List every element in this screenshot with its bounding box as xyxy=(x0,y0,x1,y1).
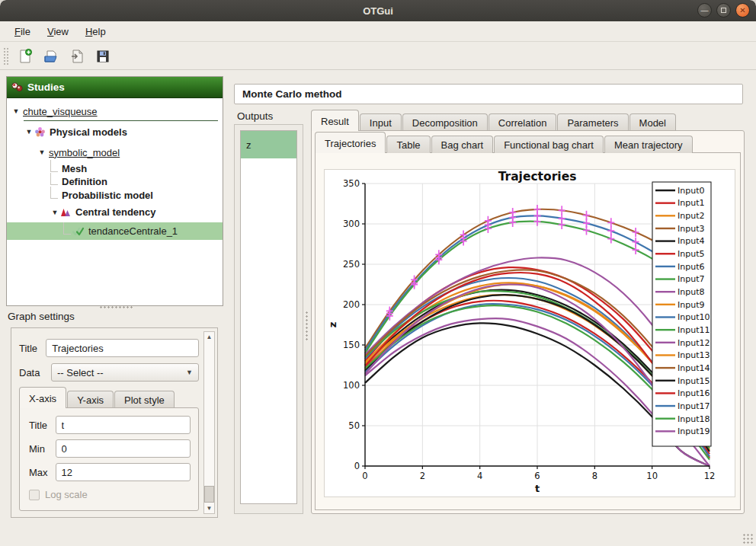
svg-text:0: 0 xyxy=(354,461,360,471)
expander-icon[interactable]: ▼ xyxy=(11,107,21,115)
outputs-panel: z xyxy=(234,124,303,514)
scroll-down-icon[interactable]: ▼ xyxy=(204,503,214,513)
subtab-bag-chart[interactable]: Bag chart xyxy=(431,136,494,153)
svg-text:0: 0 xyxy=(362,471,367,481)
tab-y-axis[interactable]: Y-axis xyxy=(67,391,114,408)
physical-models-icon xyxy=(34,126,46,137)
save-icon xyxy=(95,49,111,64)
x-axis-tab-pane: Title Min Max Log scale xyxy=(19,407,199,511)
horizontal-splitter-handle[interactable] xyxy=(99,305,133,310)
svg-text:Input5: Input5 xyxy=(678,249,704,259)
tree-item-symbolic-model[interactable]: ▼symbolic_model xyxy=(7,142,223,162)
tab-plot-style[interactable]: Plot style xyxy=(114,391,175,408)
x-axis-min-input[interactable] xyxy=(56,439,191,458)
menu-item-file[interactable]: File xyxy=(8,24,37,40)
svg-text:Input1: Input1 xyxy=(678,198,704,208)
close-button[interactable]: ✕ xyxy=(735,3,750,18)
tree-item-tendancecentrale-1[interactable]: tendanceCentrale_1 xyxy=(7,222,223,240)
svg-text:Input10: Input10 xyxy=(678,312,710,322)
expander-icon[interactable]: ▼ xyxy=(37,148,46,156)
svg-text:350: 350 xyxy=(343,178,360,189)
tree-item-label: Central tendency xyxy=(73,206,158,218)
svg-text:100: 100 xyxy=(343,380,360,391)
outputs-list: z xyxy=(240,130,297,504)
tree-item-definition[interactable]: Definition xyxy=(7,175,223,188)
graph-settings-scrollbar[interactable]: ▲ ▼ xyxy=(203,331,215,514)
x-axis-min-label: Min xyxy=(29,443,56,455)
graph-title-input[interactable] xyxy=(46,339,199,357)
vertical-splitter-handle[interactable] xyxy=(305,311,309,341)
svg-text:250: 250 xyxy=(343,259,360,270)
log-scale-label: Log scale xyxy=(45,489,88,500)
tree-item-label: Mesh xyxy=(59,163,89,174)
menu-item-view[interactable]: View xyxy=(40,24,75,40)
maximize-button[interactable] xyxy=(716,3,731,18)
output-item-z[interactable]: z xyxy=(241,131,296,158)
svg-text:4: 4 xyxy=(477,471,482,481)
tree-item-chute-visqueuse[interactable]: ▼chute_visqueuse xyxy=(7,101,223,121)
svg-text:Trajectories: Trajectories xyxy=(498,170,577,184)
tree-item-label: tendanceCentrale_1 xyxy=(86,225,180,237)
close-icon: ✕ xyxy=(739,7,745,14)
svg-text:Input0: Input0 xyxy=(678,186,704,196)
import-script-button[interactable] xyxy=(66,46,88,67)
svg-text:Input13: Input13 xyxy=(678,350,710,360)
svg-text:200: 200 xyxy=(343,299,360,310)
toolbar-drag-handle[interactable] xyxy=(3,47,9,65)
log-scale-checkbox[interactable] xyxy=(29,490,40,500)
tab-model[interactable]: Model xyxy=(629,113,676,131)
tab-x-axis[interactable]: X-axis xyxy=(19,387,66,408)
trajectories-chart[interactable]: 024681012050100150200250300350tzTrajecto… xyxy=(324,169,735,497)
graph-title-label: Title xyxy=(19,343,46,354)
svg-text:2: 2 xyxy=(420,471,425,481)
tree-item-probabilistic-model[interactable]: Probabilistic model xyxy=(7,188,223,202)
save-button[interactable] xyxy=(91,46,114,67)
chevron-down-icon: ▼ xyxy=(186,369,193,376)
tab-result[interactable]: Result xyxy=(311,110,359,131)
x-axis-title-input[interactable] xyxy=(56,416,191,434)
svg-text:Input18: Input18 xyxy=(678,414,710,424)
graph-data-select[interactable]: -- Select -- ▼ xyxy=(51,363,199,382)
svg-text:8: 8 xyxy=(592,471,597,481)
subtab-functional-bag-chart[interactable]: Functional bag chart xyxy=(494,136,604,153)
tree-item-label: chute_visqueuse xyxy=(21,106,100,117)
tree-branch-line xyxy=(63,222,71,235)
tree-branch-line xyxy=(50,173,58,185)
open-study-button[interactable] xyxy=(40,46,62,67)
expander-icon[interactable]: ▼ xyxy=(50,209,59,216)
studies-icon xyxy=(11,82,24,92)
toolbar xyxy=(0,43,756,70)
outputs-label: Outputs xyxy=(237,110,273,122)
title-bar[interactable]: OTGui — ✕ xyxy=(0,0,756,21)
svg-text:Input6: Input6 xyxy=(678,262,704,272)
svg-text:Input2: Input2 xyxy=(678,211,704,221)
graph-settings-label: Graph settings xyxy=(8,311,75,322)
new-study-icon xyxy=(18,49,33,64)
subtab-mean-trajectory[interactable]: Mean trajectory xyxy=(604,136,693,153)
graph-settings-panel: Title Data -- Select -- ▼ X-axisY-axisPl… xyxy=(11,327,218,518)
minimize-button[interactable]: — xyxy=(697,3,712,18)
menu-item-help[interactable]: Help xyxy=(78,24,113,40)
tree-item-physical-models[interactable]: ▼Physical models xyxy=(7,121,223,142)
window-title: OTGui xyxy=(363,5,393,17)
trajectories-plot: 024681012050100150200250300350tzTrajecto… xyxy=(325,170,736,498)
tab-correlation[interactable]: Correlation xyxy=(489,113,557,131)
tab-input[interactable]: Input xyxy=(360,113,402,131)
central-tendency-icon xyxy=(59,207,72,217)
tree-item-mesh[interactable]: Mesh xyxy=(7,162,223,175)
expander-icon[interactable]: ▼ xyxy=(24,128,34,136)
svg-text:Input15: Input15 xyxy=(678,376,710,386)
svg-text:Input11: Input11 xyxy=(678,325,710,335)
x-axis-max-input[interactable] xyxy=(56,463,191,481)
subtab-table[interactable]: Table xyxy=(386,136,430,153)
x-axis-title-label: Title xyxy=(29,420,56,431)
tab-decomposition[interactable]: Decomposition xyxy=(402,113,488,131)
tree-branch-line xyxy=(50,160,58,172)
subtab-trajectories[interactable]: Trajectories xyxy=(315,132,386,153)
tree-item-central-tendency[interactable]: ▼Central tendency xyxy=(7,202,223,222)
tab-parameters[interactable]: Parameters xyxy=(557,113,628,131)
scrollbar-thumb[interactable] xyxy=(204,486,214,503)
new-study-button[interactable] xyxy=(14,46,37,67)
scroll-up-icon[interactable]: ▲ xyxy=(204,332,214,342)
resize-grip[interactable] xyxy=(742,533,753,544)
